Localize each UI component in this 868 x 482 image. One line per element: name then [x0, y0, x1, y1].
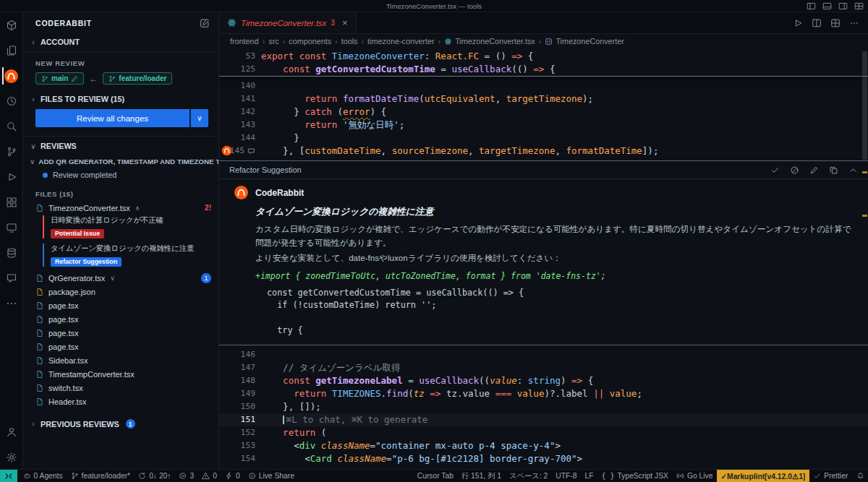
split-editor-icon[interactable]	[812, 18, 822, 28]
live-share-status[interactable]: Live Share	[244, 470, 298, 482]
status-bar: 0 Agentsfeature/loader*0↓ 20↑300Live Sha…	[0, 469, 868, 482]
agents-status[interactable]: 0 Agents	[19, 470, 67, 482]
tab-timezoneconverter[interactable]: TimezoneConverter.tsx 3 ×	[219, 12, 357, 33]
block-icon[interactable]	[790, 165, 799, 175]
errors-status[interactable]: 3	[175, 470, 198, 482]
source-control-icon[interactable]	[2, 143, 21, 160]
previous-reviews-section[interactable]: › PREVIOUS REVIEWS 1	[23, 416, 218, 432]
gutter: 143	[219, 119, 261, 132]
base-branch-pill[interactable]: main	[35, 72, 84, 85]
file-item[interactable]: Header.tsx	[23, 395, 218, 409]
breadcrumb-label: frontend	[230, 37, 259, 46]
tab-label: TimezoneConverter.tsx	[241, 19, 326, 27]
notifications[interactable]	[852, 470, 868, 482]
database-icon[interactable]	[2, 244, 21, 262]
review-options-dropdown[interactable]: ∨	[190, 109, 208, 127]
branch-icon	[71, 472, 79, 480]
breadcrumb-separator-icon: ›	[438, 37, 441, 46]
file-label: Sidebar.tsx	[48, 356, 88, 365]
go-live[interactable]: Go Live	[672, 470, 717, 482]
remote-indicator[interactable]	[0, 470, 17, 482]
breadcrumb-item[interactable]: TimezoneConverter.tsx	[444, 37, 535, 46]
coderabbit-icon[interactable]	[2, 67, 21, 85]
warnings-status[interactable]: 0	[198, 470, 221, 482]
settings-sync-icon[interactable]	[2, 92, 21, 110]
editor-actions	[793, 12, 868, 33]
comment-icon[interactable]	[247, 147, 255, 155]
review-all-changes-button[interactable]: Review all changes	[35, 109, 190, 127]
code-editor[interactable]: 53export const TimezoneConverter: React.…	[219, 48, 868, 469]
file-item[interactable]: Sidebar.tsx	[23, 354, 218, 368]
editor-scrollbar[interactable]	[861, 48, 868, 469]
more-tools-icon[interactable]	[2, 295, 21, 312]
chat-icon[interactable]	[2, 270, 21, 287]
breadcrumb-item[interactable]: timezone-converter	[367, 37, 434, 46]
line-number: 146	[241, 348, 255, 361]
copy-icon[interactable]	[829, 165, 838, 175]
review-entry[interactable]: ∨ ADD QR GENERATOR, TIMESTAMP AND TIMEZO…	[23, 154, 218, 168]
sidebar-title: CODERABBIT	[35, 19, 92, 27]
cursor-tab-status[interactable]: Cursor Tab	[413, 470, 457, 482]
file-item[interactable]: TimezoneConverter.tsx∧2!	[23, 201, 218, 215]
run-icon[interactable]	[793, 18, 803, 28]
new-review-icon[interactable]	[200, 18, 210, 28]
zap-status[interactable]: 0	[221, 470, 244, 482]
braces-icon: { }	[601, 472, 614, 480]
prettier-status[interactable]: Prettier	[809, 470, 852, 482]
scrollbar-thumb[interactable]	[862, 51, 867, 160]
explorer-icon[interactable]	[2, 42, 21, 59]
status-label: Live Share	[259, 472, 294, 480]
branch-status[interactable]: feature/loader*	[67, 470, 135, 482]
file-item[interactable]: page.tsx	[23, 327, 218, 340]
settings-gear-icon[interactable]	[2, 449, 21, 466]
review-status: Review completed	[23, 168, 218, 184]
indentation[interactable]: スペース: 2	[505, 470, 551, 482]
breadcrumb-item[interactable]: TimezoneConverter	[545, 37, 624, 46]
layout-sidebar-icon[interactable]	[807, 1, 816, 11]
remote-explorer-icon[interactable]	[2, 219, 21, 236]
close-icon[interactable]: ×	[342, 17, 348, 28]
collapse-icon[interactable]	[848, 165, 858, 175]
file-item[interactable]: package.json	[23, 285, 218, 299]
cursor-icon[interactable]	[2, 17, 21, 34]
breadcrumb-item[interactable]: frontend	[230, 37, 259, 46]
sidebar-item-account[interactable]: › ACCOUNT	[23, 34, 218, 50]
reviews-section[interactable]: ∨ REVIEWS	[23, 138, 218, 154]
layout-right-icon[interactable]	[838, 1, 848, 11]
comment-type-badge: Potential Issue	[51, 229, 104, 238]
sync-status[interactable]: 0↓ 20↑	[135, 470, 175, 482]
compare-branch-pill[interactable]: feature/loader	[103, 72, 172, 85]
status-label: LF	[584, 472, 593, 480]
file-label: TimezoneConverter.tsx	[48, 204, 130, 212]
file-item[interactable]: switch.tsx	[23, 382, 218, 395]
breadcrumb-item[interactable]: components	[289, 37, 331, 46]
more-icon[interactable]	[849, 18, 859, 28]
layout-panel-icon[interactable]	[822, 1, 832, 11]
account-icon[interactable]	[2, 423, 21, 441]
files-to-review-section[interactable]: › FILES TO REVIEW (15)	[23, 91, 218, 107]
editor-group: TimezoneConverter.tsx 3 × frontend›src›c…	[219, 12, 868, 469]
sidebar-header: CODERABBIT	[23, 12, 218, 34]
file-item[interactable]: page.tsx	[23, 340, 218, 354]
cursor-position[interactable]: 行 151, 列 1	[457, 470, 505, 482]
run-debug-icon[interactable]	[2, 168, 21, 186]
editor-grid-icon[interactable]	[854, 1, 864, 11]
language-mode[interactable]: { }TypeScript JSX	[597, 470, 672, 482]
search-icon[interactable]	[2, 118, 21, 135]
breadcrumb-item[interactable]: tools	[341, 37, 358, 46]
file-item[interactable]: page.tsx	[23, 299, 218, 313]
review-comment-item[interactable]: 日時変換の計算ロジックが不正確Potential Issue	[43, 215, 218, 238]
file-item[interactable]: TimestampConverter.tsx	[23, 368, 218, 382]
eol[interactable]: LF	[581, 470, 597, 482]
markuplint-status[interactable]: ✓Markuplint[v4.12.0⚠1]	[717, 470, 809, 482]
encoding[interactable]: UTF-8	[552, 470, 581, 482]
extensions-icon[interactable]	[2, 194, 21, 211]
file-item[interactable]: QrGenerator.tsx∨1	[23, 272, 218, 285]
breadcrumb-item[interactable]: src	[268, 37, 278, 46]
review-comment-item[interactable]: タイムゾーン変換ロジックの複雑性に注意Refactor Suggestion	[43, 244, 218, 267]
file-item[interactable]: page.tsx	[23, 313, 218, 327]
check-icon[interactable]	[770, 165, 780, 175]
layout-icon[interactable]	[830, 18, 841, 28]
line-number: 144	[241, 132, 255, 145]
edit-icon[interactable]	[809, 165, 819, 175]
